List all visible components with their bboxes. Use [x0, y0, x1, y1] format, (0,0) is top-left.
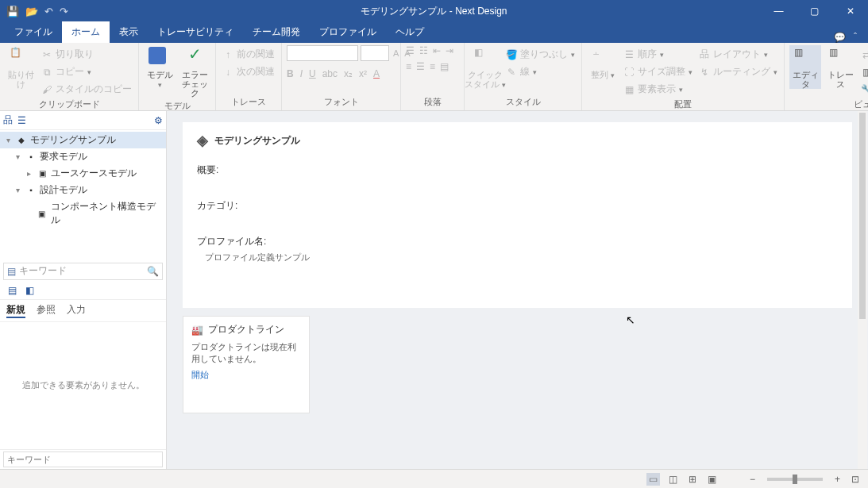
scrollbar-thumb[interactable]	[859, 113, 866, 319]
card-body: プロダクトラインは現在利用していません。	[191, 341, 301, 366]
layout-button[interactable]: 品レイアウト	[697, 47, 779, 62]
scrollbar-track[interactable]	[858, 111, 867, 469]
tab-new[interactable]: 新規	[6, 303, 25, 318]
save-icon[interactable]: 💾	[6, 6, 19, 17]
align-left-button[interactable]: ≡	[406, 61, 411, 72]
align-right-button[interactable]: ≡	[430, 61, 435, 72]
view-mode-2-icon[interactable]: ◫	[666, 473, 680, 486]
strike-button[interactable]: abc	[322, 68, 338, 79]
group-layout-label: 配置	[587, 97, 779, 112]
align-button[interactable]: ⫠ 整列	[587, 45, 619, 80]
paste-button[interactable]: 📋 貼り付け	[5, 45, 37, 89]
font-family-combo[interactable]	[287, 45, 358, 61]
start-link[interactable]: 開始	[191, 369, 209, 381]
tab-view[interactable]: 表示	[110, 21, 148, 43]
tab-input[interactable]: 入力	[67, 303, 86, 318]
close-button[interactable]: ✕	[832, 0, 868, 22]
tree-node-usecase[interactable]: ▸ ▣ ユースケースモデル	[0, 165, 166, 182]
outdent-button[interactable]: ⇤	[433, 45, 441, 56]
editor-button[interactable]: ▥ エディタ	[789, 45, 821, 89]
stack-icon: ☰	[623, 49, 635, 60]
error-check-button[interactable]: エラーチェック	[179, 45, 210, 98]
zoom-slider[interactable]	[767, 478, 823, 481]
model-button[interactable]: モデル	[144, 45, 176, 90]
order-button[interactable]: ☰順序	[622, 47, 694, 62]
tree-node-design[interactable]: ▾ ▪ 設計モデル	[0, 182, 166, 198]
group-clipboard-label: クリップボード	[5, 97, 133, 112]
paste-label: 貼り付け	[5, 71, 37, 89]
up-arrow-icon: ↑	[222, 49, 233, 60]
italic-button[interactable]: I	[300, 68, 303, 79]
next-relation-button[interactable]: ↓次の関連	[221, 64, 276, 79]
tree-node-component[interactable]: ▣ コンポーネント構造モデル	[0, 198, 166, 229]
down-arrow-icon: ↓	[222, 67, 233, 78]
tab-traceability[interactable]: トレーサビリティ	[148, 21, 243, 43]
zoom-in-button[interactable]: +	[832, 473, 843, 486]
nav-tree-icon[interactable]: 品	[3, 113, 13, 127]
redo-icon[interactable]: ↷	[60, 6, 68, 17]
fill-button[interactable]: 🪣塗りつぶし	[504, 47, 577, 62]
feedback-icon[interactable]: 💬	[834, 32, 846, 43]
expand-icon[interactable]: ▸	[24, 169, 33, 178]
panel-tab-1[interactable]: ▤	[5, 283, 19, 298]
collapse-ribbon-icon[interactable]: ˆ	[854, 32, 857, 43]
font-grow-button[interactable]: A	[392, 45, 400, 61]
model-label: モデル	[144, 71, 176, 90]
sub-editor-button[interactable]: ▥サブエディタ	[859, 64, 868, 79]
format-painter-button[interactable]: 🖌スタイルのコピー	[40, 82, 133, 97]
keyword-search[interactable]: ▤ キーワード 🔍	[3, 263, 163, 280]
undo-icon[interactable]: ↶	[44, 6, 53, 17]
collapse-icon[interactable]: ▾	[13, 186, 22, 194]
line-button[interactable]: ✎線	[504, 64, 577, 79]
swap-button[interactable]: ⇄左右を入れ替え	[859, 47, 868, 62]
tab-profile[interactable]: プロファイル	[310, 21, 386, 43]
trace-view-button[interactable]: ▥ トレース	[824, 45, 856, 89]
superscript-button[interactable]: x²	[359, 68, 367, 79]
tree-root[interactable]: ▾ ◆ モデリングサンプル	[0, 132, 166, 148]
search-icon[interactable]: 🔍	[147, 266, 159, 277]
open-icon[interactable]: 📂	[25, 6, 38, 17]
underline-button[interactable]: U	[309, 68, 316, 79]
inspector-button[interactable]: 🔧インスペクタ	[859, 82, 868, 97]
tab-reference[interactable]: 参照	[37, 303, 56, 318]
routing-button[interactable]: ↯ルーティング	[697, 64, 779, 79]
cube-icon: ◆	[16, 136, 27, 145]
minimize-button[interactable]: —	[761, 0, 797, 22]
bullet-list-button[interactable]: ☰	[406, 45, 415, 56]
tab-home[interactable]: ホーム	[62, 21, 110, 43]
copy-button[interactable]: ⧉コピー	[40, 64, 133, 79]
view-mode-4-icon[interactable]: ▣	[705, 473, 719, 486]
justify-button[interactable]: ▤	[440, 61, 449, 72]
display-button[interactable]: ▦要素表示	[622, 82, 694, 97]
font-color-button[interactable]: A	[373, 68, 380, 79]
nav-options-icon[interactable]: ⚙	[154, 115, 163, 126]
prev-relation-button[interactable]: ↑前の関連	[221, 47, 276, 62]
view-mode-1-icon[interactable]: ▭	[646, 473, 660, 486]
bucket-icon: 🪣	[506, 49, 517, 60]
bold-button[interactable]: B	[287, 68, 294, 79]
size-button[interactable]: ⛶サイズ調整	[622, 64, 694, 79]
copy-icon: ⧉	[41, 67, 52, 78]
collapse-icon[interactable]: ▾	[3, 136, 13, 144]
tab-team[interactable]: チーム開発	[243, 21, 310, 43]
collapse-icon[interactable]: ▾	[13, 152, 22, 161]
panel-tab-2[interactable]: ◧	[22, 283, 37, 298]
nav-list-icon[interactable]: ☰	[17, 115, 26, 126]
tab-help[interactable]: ヘルプ	[386, 21, 434, 43]
subscript-button[interactable]: x₂	[344, 68, 353, 79]
quick-style-button[interactable]: ◧ クイック スタイル	[469, 45, 501, 89]
zoom-out-button[interactable]: −	[747, 473, 758, 486]
view-mode-3-icon[interactable]: ⊞	[686, 473, 699, 486]
routing-icon: ↯	[699, 67, 710, 78]
bottom-keyword-input[interactable]	[3, 451, 163, 467]
number-list-button[interactable]: ☷	[419, 45, 428, 56]
font-size-combo[interactable]	[361, 45, 389, 61]
cut-button[interactable]: ✂切り取り	[40, 47, 133, 62]
tree-node-requirements[interactable]: ▾ ▪ 要求モデル	[0, 148, 166, 165]
empty-message: 追加できる要素がありません。	[0, 322, 166, 450]
fit-button[interactable]: ⊡	[849, 473, 862, 486]
align-center-button[interactable]: ☰	[416, 61, 425, 72]
indent-button[interactable]: ⇥	[446, 45, 453, 56]
maximize-button[interactable]: ▢	[797, 0, 832, 22]
tab-file[interactable]: ファイル	[5, 21, 62, 43]
